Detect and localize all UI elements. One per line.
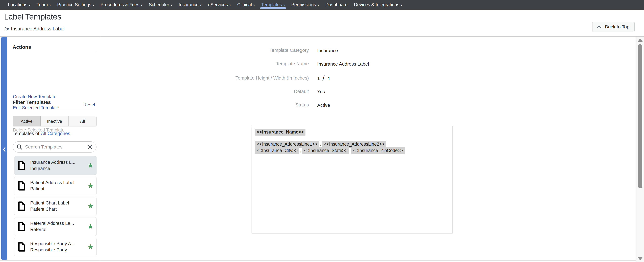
status-label: Status (100, 102, 309, 108)
nav-item-permissions[interactable]: Permissions▾ (288, 0, 322, 10)
default-label: Default (100, 89, 309, 94)
label-templates-page: Locations▾ Team▾ Practice Settings▾ Proc… (0, 0, 644, 262)
insurance-addressline1-token: <<Insurance_AddressLine1>> (255, 141, 320, 148)
chevron-down-icon: ▾ (29, 3, 30, 7)
page-subtitle: forInsurance Address Label (4, 26, 64, 32)
template-card-patient-chart-label[interactable]: Patient Chart Label Patient Chart ★ (14, 197, 96, 215)
height-width-separator: / (322, 73, 325, 82)
label-preview-box: <<Insurance_Name>> <<Insurance_AddressLi… (252, 126, 453, 233)
template-name-value: Insurance Address Label (317, 61, 369, 67)
clear-search-icon[interactable] (88, 145, 92, 149)
scrollbar-thumb[interactable] (638, 44, 642, 188)
nav-item-eservices[interactable]: eServices▾ (205, 0, 234, 10)
nav-item-label: Templates (261, 2, 282, 8)
insurance-zipcode-token: <<Insurance_ZipCode>> (351, 147, 405, 154)
status-filter-button-group: Active Inactive All (12, 116, 96, 126)
nav-item-label: Clinical (237, 2, 252, 8)
chevron-down-icon: ▾ (284, 3, 285, 7)
chevron-down-icon: ▾ (401, 3, 402, 7)
preview-line-city-state-zip: <<Insurance_City>>,<<Insurance_State>><<… (255, 147, 405, 154)
nav-item-scheduler[interactable]: Scheduler▾ (146, 0, 176, 10)
chevron-down-icon: ▾ (141, 3, 142, 7)
filter-button-active[interactable]: Active (12, 116, 40, 126)
sidebar-collapse-bar[interactable] (1, 37, 7, 260)
divider (12, 110, 96, 110)
template-list: Insurance Address L... Insurance ★ Patie… (14, 156, 96, 258)
subtitle-template-name: Insurance Address Label (11, 26, 64, 32)
page-left-border (1, 37, 1, 262)
active-tab-underline (260, 8, 286, 9)
template-height-value: 1 (317, 76, 320, 81)
insurance-name-token: <<Insurance_Name>> (255, 129, 306, 136)
document-icon (18, 161, 26, 170)
nav-item-practice-settings[interactable]: Practice Settings▾ (54, 0, 98, 10)
chevron-up-icon (597, 25, 602, 30)
nav-item-team[interactable]: Team▾ (34, 0, 54, 10)
search-templates-field (12, 142, 96, 153)
reset-filter-link[interactable]: Reset (83, 102, 95, 107)
subtitle-prefix: for (4, 27, 9, 31)
template-card-referral-address-label[interactable]: Referral Address La... Referral ★ (14, 217, 96, 236)
preview-line-address: <<Insurance_AddressLine1>>,<<Insurance_A… (255, 141, 386, 148)
nav-item-label: Scheduler (149, 2, 169, 8)
template-card-insurance-address-label[interactable]: Insurance Address L... Insurance ★ (14, 156, 96, 175)
nav-item-label: Procedures & Fees (100, 2, 139, 8)
nav-item-locations[interactable]: Locations▾ (5, 0, 34, 10)
nav-item-insurance[interactable]: Insurance▾ (176, 0, 205, 10)
scroll-up-arrow[interactable] (638, 39, 643, 42)
nav-item-label: Practice Settings (57, 2, 91, 8)
nav-item-procedures-fees[interactable]: Procedures & Fees▾ (97, 0, 146, 10)
template-name: Insurance Address L... (30, 159, 86, 166)
status-value: Active (317, 103, 330, 108)
template-card-responsible-party-address-label[interactable]: Responsible Party A... Responsible Party… (14, 238, 96, 256)
template-name-label: Template Name (100, 61, 309, 66)
template-category: Responsible Party (30, 247, 86, 253)
default-value: Yes (317, 89, 325, 94)
favorite-star-icon[interactable]: ★ (87, 162, 94, 169)
favorite-star-icon[interactable]: ★ (87, 243, 94, 250)
search-input[interactable] (25, 144, 88, 150)
template-card-text: Insurance Address L... Insurance (30, 159, 86, 172)
chevron-down-icon: ▾ (93, 3, 94, 7)
filter-button-all[interactable]: All (69, 116, 96, 126)
nav-item-label: Insurance (178, 2, 198, 8)
template-name: Patient Chart Label (30, 200, 86, 206)
template-card-text: Referral Address La... Referral (30, 220, 86, 233)
filter-button-inactive[interactable]: Inactive (40, 116, 68, 126)
back-to-top-button[interactable]: Back to Top (592, 22, 634, 32)
nav-item-clinical[interactable]: Clinical▾ (234, 0, 258, 10)
nav-item-label: Permissions (291, 2, 316, 8)
template-details-panel: Template Category Insurance Template Nam… (100, 37, 636, 260)
chevron-down-icon: ▾ (171, 3, 172, 7)
action-links: Create New Template Edit Selected Templa… (13, 91, 64, 136)
favorite-star-icon[interactable]: ★ (87, 203, 94, 210)
template-card-text: Responsible Party A... Responsible Party (30, 241, 86, 253)
template-name: Patient Address Label (30, 180, 86, 186)
nav-item-label: Locations (8, 2, 27, 8)
template-card-patient-address-label[interactable]: Patient Address Label Patient ★ (14, 177, 96, 195)
insurance-state-token: <<Insurance_State>> (302, 147, 350, 154)
vertical-scrollbar[interactable] (636, 37, 644, 262)
all-categories-link[interactable]: All Categories (41, 131, 70, 136)
nav-item-templates[interactable]: Templates▾ (258, 0, 288, 10)
scroll-down-arrow[interactable] (638, 257, 643, 260)
favorite-star-icon[interactable]: ★ (87, 223, 94, 230)
nav-item-devices-integrations[interactable]: Devices & Integrations▾ (351, 0, 406, 10)
nav-item-label: Dashboard (326, 2, 348, 8)
template-card-text: Patient Chart Label Patient Chart (30, 200, 86, 212)
chevron-down-icon: ▾ (253, 3, 255, 7)
filter-templates-heading: Filter Templates (12, 99, 51, 105)
page-header: Label Templates forInsurance Address Lab… (0, 10, 644, 36)
insurance-addressline2-token: <<Insurance_AddressLine2>> (322, 141, 386, 148)
favorite-star-icon[interactable]: ★ (87, 182, 94, 189)
page-title: Label Templates (4, 12, 61, 21)
sidebar: Actions Create New Template Edit Selecte… (7, 37, 100, 260)
template-category: Patient Chart (30, 206, 86, 212)
nav-item-dashboard[interactable]: Dashboard (322, 0, 351, 10)
document-icon (18, 201, 26, 211)
preview-line-name: <<Insurance_Name>> (255, 129, 306, 136)
nav-item-label: Team (37, 2, 48, 8)
template-name: Referral Address La... (30, 220, 86, 226)
insurance-city-token: <<Insurance_City>> (255, 147, 300, 154)
template-height-width-label: Template Height / Width (In Inches) (100, 75, 309, 81)
